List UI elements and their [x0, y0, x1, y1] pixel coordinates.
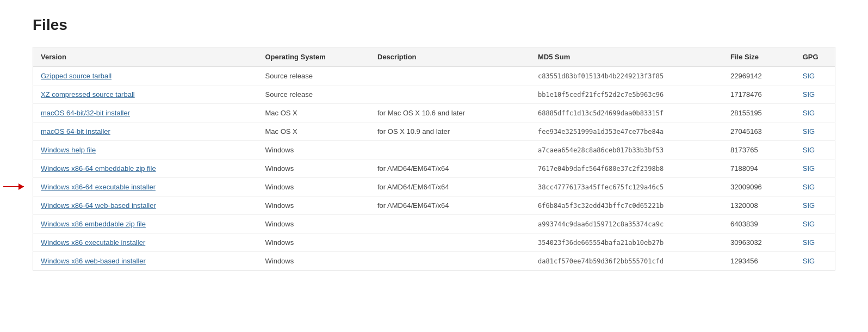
page-title: Files: [33, 16, 835, 34]
version-cell: Windows x86-64 embeddable zip file: [33, 159, 258, 178]
os-cell: Mac OS X: [258, 104, 370, 122]
os-cell: Mac OS X: [258, 122, 370, 141]
md5-cell: da81cf570ee74b59d36f2bb555701cfd: [530, 252, 723, 270]
md5-cell: fee934e3251999a1d353e47ce77be84a: [530, 122, 723, 141]
table-row: Windows x86-64 executable installerWindo…: [33, 178, 835, 196]
header-md5: MD5 Sum: [530, 47, 723, 67]
files-table-wrapper: Version Operating System Description MD5…: [33, 47, 835, 270]
gpg-cell: SIG: [795, 141, 835, 159]
header-os: Operating System: [258, 47, 370, 67]
version-link[interactable]: Windows x86 embeddable zip file: [41, 220, 146, 228]
description-cell: [370, 67, 530, 85]
filesize-cell: 30963032: [723, 233, 795, 252]
description-cell: for AMD64/EM64T/x64: [370, 178, 530, 196]
sig-link[interactable]: SIG: [803, 201, 815, 210]
version-cell: Windows help file: [33, 141, 258, 159]
description-cell: [370, 233, 530, 252]
filesize-cell: 32009096: [723, 178, 795, 196]
gpg-cell: SIG: [795, 233, 835, 252]
header-gpg: GPG: [795, 47, 835, 67]
filesize-cell: 7188094: [723, 159, 795, 178]
version-link[interactable]: XZ compressed source tarball: [41, 90, 135, 99]
table-row: Windows x86-64 embeddable zip fileWindow…: [33, 159, 835, 178]
os-cell: Source release: [258, 85, 370, 104]
os-cell: Windows: [258, 233, 370, 252]
version-link[interactable]: Gzipped source tarball: [41, 72, 111, 80]
gpg-cell: SIG: [795, 104, 835, 122]
md5-cell: 354023f36de665554bafa21ab10eb27b: [530, 233, 723, 252]
version-link[interactable]: Windows x86-64 executable installer: [41, 183, 156, 191]
version-cell: macOS 64-bit installer: [33, 122, 258, 141]
table-row: Windows x86 embeddable zip fileWindowsa9…: [33, 215, 835, 233]
description-cell: for AMD64/EM64T/x64: [370, 196, 530, 215]
sig-link[interactable]: SIG: [803, 164, 815, 173]
sig-link[interactable]: SIG: [803, 257, 815, 265]
table-row: Windows x86 executable installerWindows3…: [33, 233, 835, 252]
gpg-cell: SIG: [795, 215, 835, 233]
table-row: macOS 64-bit installerMac OS Xfor OS X 1…: [33, 122, 835, 141]
gpg-cell: SIG: [795, 196, 835, 215]
md5-cell: 7617e04b9dafc564f680e37c2f2398b8: [530, 159, 723, 178]
md5-cell: 6f6b84a5f3c32edd43bffc7c0d65221b: [530, 196, 723, 215]
version-link[interactable]: Windows x86 executable installer: [41, 238, 145, 247]
filesize-cell: 1320008: [723, 196, 795, 215]
version-link[interactable]: Windows x86 web-based installer: [41, 257, 146, 265]
sig-link[interactable]: SIG: [803, 238, 815, 247]
table-row: Windows x86-64 web-based installerWindow…: [33, 196, 835, 215]
sig-link[interactable]: SIG: [803, 220, 815, 228]
gpg-cell: SIG: [795, 252, 835, 270]
header-version: Version: [33, 47, 258, 67]
version-cell: macOS 64-bit/32-bit installer: [33, 104, 258, 122]
md5-cell: bb1e10f5cedf21fcf52d2c7e5b963c96: [530, 85, 723, 104]
header-description: Description: [370, 47, 530, 67]
gpg-cell: SIG: [795, 178, 835, 196]
table-header: Version Operating System Description MD5…: [33, 47, 835, 67]
gpg-cell: SIG: [795, 122, 835, 141]
md5-cell: c83551d83bf015134b4b2249213f3f85: [530, 67, 723, 85]
version-link[interactable]: macOS 64-bit installer: [41, 127, 110, 136]
gpg-cell: SIG: [795, 67, 835, 85]
filesize-cell: 27045163: [723, 122, 795, 141]
version-cell: Windows x86 embeddable zip file: [33, 215, 258, 233]
version-link[interactable]: Windows help file: [41, 146, 96, 154]
version-link[interactable]: macOS 64-bit/32-bit installer: [41, 109, 130, 117]
sig-link[interactable]: SIG: [803, 183, 815, 191]
table-body: Gzipped source tarballSource releasec835…: [33, 67, 835, 270]
version-link[interactable]: Windows x86-64 web-based installer: [41, 201, 156, 210]
os-cell: Windows: [258, 252, 370, 270]
sig-link[interactable]: SIG: [803, 72, 815, 80]
gpg-cell: SIG: [795, 85, 835, 104]
os-cell: Windows: [258, 196, 370, 215]
table-row: Windows help fileWindowsa7caea654e28c8a8…: [33, 141, 835, 159]
description-cell: for AMD64/EM64T/x64: [370, 159, 530, 178]
version-cell: Windows x86-64 executable installer: [33, 178, 258, 196]
table-row: macOS 64-bit/32-bit installerMac OS Xfor…: [33, 104, 835, 122]
sig-link[interactable]: SIG: [803, 109, 815, 117]
os-cell: Windows: [258, 178, 370, 196]
table-row: Gzipped source tarballSource releasec835…: [33, 67, 835, 85]
filesize-cell: 6403839: [723, 215, 795, 233]
gpg-cell: SIG: [795, 159, 835, 178]
header-filesize: File Size: [723, 47, 795, 67]
description-cell: for OS X 10.9 and later: [370, 122, 530, 141]
description-cell: [370, 85, 530, 104]
os-cell: Windows: [258, 141, 370, 159]
sig-link[interactable]: SIG: [803, 90, 815, 99]
filesize-cell: 28155195: [723, 104, 795, 122]
os-cell: Windows: [258, 215, 370, 233]
filesize-cell: 8173765: [723, 141, 795, 159]
version-cell: Gzipped source tarball: [33, 67, 258, 85]
version-cell: Windows x86 executable installer: [33, 233, 258, 252]
table-row: XZ compressed source tarballSource relea…: [33, 85, 835, 104]
sig-link[interactable]: SIG: [803, 146, 815, 154]
filesize-cell: 22969142: [723, 67, 795, 85]
description-cell: [370, 252, 530, 270]
md5-cell: 38cc47776173a45ffec675fc129a46c5: [530, 178, 723, 196]
description-cell: [370, 141, 530, 159]
description-cell: for Mac OS X 10.6 and later: [370, 104, 530, 122]
filesize-cell: 1293456: [723, 252, 795, 270]
version-link[interactable]: Windows x86-64 embeddable zip file: [41, 164, 156, 173]
sig-link[interactable]: SIG: [803, 127, 815, 136]
version-cell: XZ compressed source tarball: [33, 85, 258, 104]
description-cell: [370, 215, 530, 233]
